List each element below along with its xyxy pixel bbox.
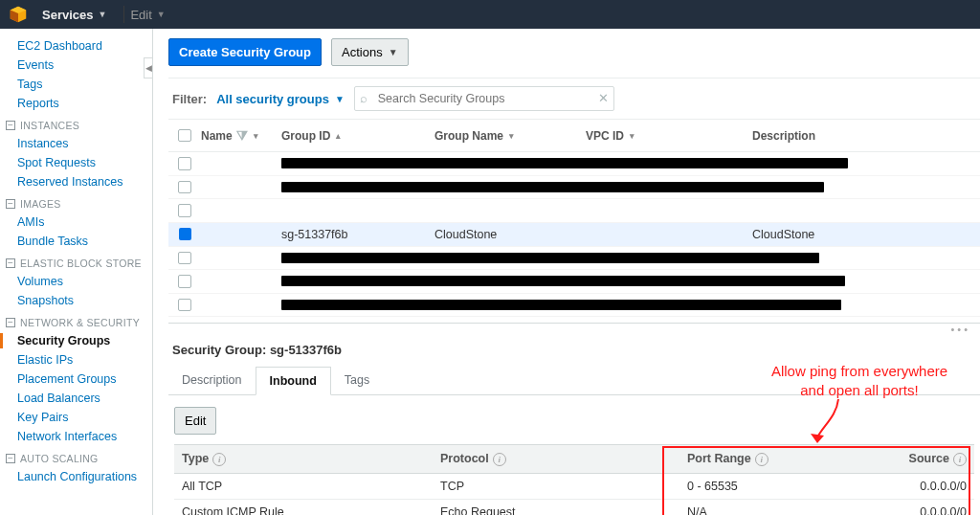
select-all-checkbox[interactable]: [178, 129, 191, 143]
table-row[interactable]: [168, 176, 980, 200]
col-groupid-label[interactable]: Group ID: [281, 129, 330, 143]
sidebar-item[interactable]: Reserved Instances: [0, 172, 152, 191]
rules-table: Typei Protocoli Port Rangei Sourcei All …: [174, 444, 974, 515]
tab-inbound[interactable]: Inbound: [256, 367, 331, 395]
sidebar-category[interactable]: −INSTANCES: [0, 113, 152, 134]
sidebar-item[interactable]: Bundle Tasks: [0, 232, 152, 251]
sort-asc-icon[interactable]: ▴: [336, 131, 341, 141]
rule-source: 0.0.0.0/0: [900, 474, 974, 500]
filter-dropdown[interactable]: All security groups ▼: [216, 92, 345, 106]
create-security-group-button[interactable]: Create Security Group: [168, 38, 322, 66]
table-row[interactable]: [168, 294, 980, 318]
sidebar-item[interactable]: Network Interfaces: [0, 427, 152, 446]
collapse-icon: −: [6, 454, 15, 463]
redacted-content: [281, 253, 819, 263]
rules-col-type: Type: [182, 452, 209, 465]
sidebar-item[interactable]: Security Groups: [0, 331, 152, 350]
col-description-label[interactable]: Description: [752, 129, 815, 143]
category-label: INSTANCES: [20, 120, 79, 131]
redacted-content: [281, 158, 848, 168]
sidebar-item[interactable]: Volumes: [0, 272, 152, 291]
split-handle[interactable]: •••: [168, 323, 980, 335]
row-checkbox[interactable]: [178, 204, 191, 217]
info-icon[interactable]: i: [953, 453, 967, 466]
sidebar-item[interactable]: Elastic IPs: [0, 350, 152, 369]
info-icon[interactable]: i: [493, 453, 506, 466]
rule-port-range: N/A: [679, 500, 900, 516]
sort-caret-icon[interactable]: ▾: [254, 131, 258, 141]
edit-menu[interactable]: Edit ▼: [130, 8, 165, 22]
sidebar-item[interactable]: Instances: [0, 134, 152, 153]
svg-marker-3: [811, 434, 824, 443]
cell-group-id: sg-51337f6b: [281, 228, 434, 241]
sidebar-category[interactable]: −IMAGES: [0, 191, 152, 213]
redacted-content: [281, 182, 824, 192]
search-input[interactable]: [354, 86, 614, 111]
sidebar-item[interactable]: Snapshots: [0, 291, 152, 310]
sidebar-item[interactable]: Reports: [0, 94, 152, 113]
sort-caret-icon[interactable]: ▾: [630, 131, 635, 141]
collapse-icon: −: [6, 121, 15, 130]
info-icon[interactable]: i: [755, 453, 768, 466]
caret-down-icon: ▼: [99, 10, 107, 19]
col-vpcid-label[interactable]: VPC ID: [586, 129, 624, 143]
caret-down-icon: ▼: [157, 10, 166, 19]
clear-search-icon[interactable]: ✕: [598, 91, 609, 105]
edit-label: Edit: [130, 8, 151, 22]
sidebar-item[interactable]: EC2 Dashboard: [0, 36, 152, 56]
redacted-content: [281, 300, 841, 310]
sidebar-item[interactable]: Events: [0, 56, 152, 75]
category-label: AUTO SCALING: [20, 453, 99, 464]
search-box: ⌕ ✕: [354, 86, 614, 111]
sidebar-category[interactable]: −ELASTIC BLOCK STORE: [0, 251, 152, 272]
sidebar-item[interactable]: Load Balancers: [0, 389, 152, 408]
col-name-label[interactable]: Name: [201, 129, 233, 143]
sidebar: ◀ EC2 DashboardEventsTagsReports −INSTAN…: [0, 29, 153, 515]
sort-caret-icon[interactable]: ▾: [509, 131, 514, 141]
annotation-text: Allow ping from everywhereand open all p…: [745, 362, 974, 401]
redacted-content: [281, 276, 845, 286]
info-icon[interactable]: i: [212, 453, 226, 466]
caret-down-icon: ▼: [335, 94, 345, 104]
rule-protocol: TCP: [433, 474, 679, 500]
sidebar-category[interactable]: −NETWORK & SECURITY: [0, 310, 152, 331]
caret-down-icon: ▼: [389, 47, 398, 57]
actions-menu-button[interactable]: Actions ▼: [331, 38, 409, 66]
collapse-icon: −: [6, 199, 15, 209]
sidebar-category[interactable]: −AUTO SCALING: [0, 446, 152, 467]
rule-type: All TCP: [174, 474, 433, 500]
sidebar-collapse[interactable]: ◀: [144, 57, 153, 78]
rules-col-portrange: Port Range: [687, 452, 751, 465]
tab-description[interactable]: Description: [168, 367, 256, 394]
sidebar-item[interactable]: Tags: [0, 75, 152, 94]
sidebar-item[interactable]: Key Pairs: [0, 408, 152, 427]
rule-row: Custom ICMP RuleEcho RequestN/A0.0.0.0/0: [174, 500, 974, 516]
sidebar-item[interactable]: Placement Groups: [0, 369, 152, 389]
sidebar-item[interactable]: AMIs: [0, 213, 152, 232]
category-label: ELASTIC BLOCK STORE: [20, 258, 142, 269]
row-checkbox[interactable]: [178, 157, 191, 170]
table-row[interactable]: [168, 152, 980, 176]
table-row[interactable]: [168, 270, 980, 294]
collapse-icon: −: [6, 258, 15, 268]
aws-logo[interactable]: [8, 4, 29, 25]
tab-tags[interactable]: Tags: [331, 367, 383, 394]
table-row[interactable]: [168, 247, 980, 271]
actions-label: Actions: [342, 45, 383, 59]
row-checkbox[interactable]: [178, 181, 191, 194]
rule-row: All TCPTCP0 - 655350.0.0.0/0: [174, 474, 974, 500]
table-row[interactable]: [168, 199, 980, 223]
sidebar-item[interactable]: Spot Requests: [0, 153, 152, 172]
table-row[interactable]: sg-51337f6bCloudStoneCloudStone: [168, 223, 980, 247]
row-checkbox[interactable]: [179, 228, 191, 240]
row-checkbox[interactable]: [178, 299, 191, 312]
services-menu[interactable]: Services ▼: [42, 8, 106, 22]
tab-content-inbound: Edit Typei Protocoli Port Rangei Sourcei…: [168, 395, 980, 515]
row-checkbox[interactable]: [178, 252, 191, 265]
filter-icon[interactable]: ⧩: [236, 127, 248, 144]
col-groupname-label[interactable]: Group Name: [434, 129, 503, 143]
sidebar-item[interactable]: Launch Configurations: [0, 467, 152, 486]
edit-rules-button[interactable]: Edit: [174, 407, 216, 435]
category-label: IMAGES: [20, 198, 61, 210]
row-checkbox[interactable]: [178, 275, 191, 288]
